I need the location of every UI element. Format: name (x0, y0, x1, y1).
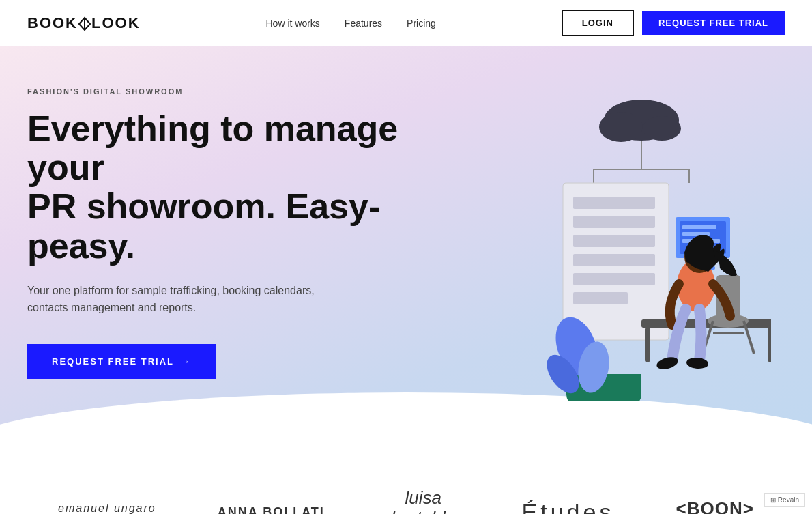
brand-etudes: Études (522, 499, 615, 514)
hero-subtitle: Your one platform for sample trafficking… (27, 282, 328, 317)
nav-actions: LOGIN REQUEST FREE TRIAL (562, 10, 785, 36)
svg-point-2 (599, 112, 643, 142)
svg-rect-13 (573, 254, 655, 266)
nav-features[interactable]: Features (345, 18, 382, 29)
hero-section: FASHION'S DIGITAL SHOWROOM Everything to… (0, 46, 812, 447)
hero-trial-button[interactable]: REQUEST FREE TRIAL → (27, 344, 216, 379)
svg-rect-18 (682, 225, 716, 229)
logo-icon (78, 16, 91, 31)
brand-bollati: ANNA BOLLATI (218, 505, 325, 514)
svg-rect-24 (645, 328, 650, 362)
nav-pricing[interactable]: Pricing (407, 18, 436, 29)
svg-rect-10 (573, 197, 655, 209)
hero-title: Everything to manage your PR showroom. E… (27, 109, 437, 266)
svg-point-3 (643, 116, 681, 141)
svg-point-34 (686, 357, 708, 370)
nav-links: How it works Features Pricing (265, 18, 435, 29)
nav-how-it-works[interactable]: How it works (265, 18, 319, 29)
navbar: BOOK LOOK How it works Features Pricing … (0, 0, 812, 46)
brand-ungaro: emanuel ungaro PARIS (58, 502, 156, 514)
login-button[interactable]: LOGIN (562, 10, 634, 36)
nav-trial-button[interactable]: REQUEST FREE TRIAL (642, 11, 785, 35)
svg-rect-11 (573, 216, 655, 228)
logo[interactable]: BOOK LOOK (27, 14, 141, 32)
revain-badge: ⊞ Revain (764, 493, 805, 507)
hero-eyebrow: FASHION'S DIGITAL SHOWROOM (27, 87, 437, 96)
hero-illustration (430, 74, 771, 401)
brands-section: emanuel ungaro PARIS ANNA BOLLATI luisab… (0, 447, 812, 514)
hero-content: FASHION'S DIGITAL SHOWROOM Everything to… (27, 87, 437, 379)
svg-rect-14 (573, 273, 655, 285)
svg-rect-25 (768, 328, 771, 362)
svg-rect-15 (573, 292, 628, 304)
brand-boon: <BOON> 9 rue de Lesdiguières Paris IV (676, 498, 754, 514)
brand-bertoldo: luisabertoldo media relations / events (386, 488, 461, 514)
svg-rect-12 (573, 235, 655, 247)
